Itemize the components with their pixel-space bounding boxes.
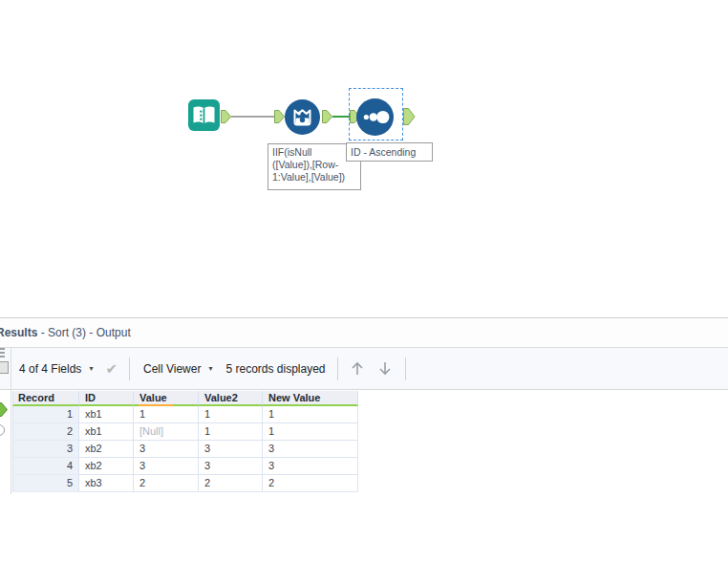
table-cell[interactable]: 3: [263, 458, 358, 475]
table-cell[interactable]: 1: [199, 423, 263, 441]
annotation-line: IIF(isNull: [272, 146, 356, 159]
apply-check-icon[interactable]: ✔: [105, 360, 118, 378]
table-cell[interactable]: 3: [199, 441, 263, 458]
table-row[interactable]: 5xb3222: [12, 475, 358, 492]
results-table-body: 1xb11112xb1[Null]113xb23334xb23335xb3222: [12, 406, 358, 492]
table-cell[interactable]: 1: [134, 406, 199, 423]
table-cell[interactable]: 3: [199, 458, 263, 475]
results-pane-title: Results - Sort (3) - Output: [0, 326, 131, 339]
grid-view-icon[interactable]: [0, 348, 5, 357]
table-row[interactable]: 1xb1111: [12, 406, 358, 423]
workflow-canvas[interactable]: IIF(isNull ([Value]),[Row- 1:Value],[Val…: [0, 0, 728, 317]
formula-output-anchor[interactable]: [322, 110, 332, 127]
column-header-value[interactable]: Value: [134, 391, 199, 406]
output-anchor-indicator-icon[interactable]: [0, 402, 8, 417]
table-cell[interactable]: 2: [134, 475, 199, 492]
toolbar-separator: [405, 357, 406, 380]
record-number-cell[interactable]: 1: [12, 406, 79, 423]
results-toolbar: 4 of 4 Fields ▾ ✔ Cell Viewer ▾ 5 record…: [0, 347, 728, 390]
table-cell[interactable]: 2: [199, 475, 263, 492]
results-table: Record ID Value Value2 New Value 1xb1111…: [12, 391, 358, 492]
table-cell[interactable]: 1: [263, 423, 358, 441]
table-cell[interactable]: xb3: [79, 475, 134, 492]
column-header-id[interactable]: ID: [79, 391, 134, 406]
formula-icon: [285, 121, 320, 138]
toolbar-separator: [337, 357, 338, 380]
scroll-up-button[interactable]: [349, 360, 366, 378]
table-cell[interactable]: xb2: [79, 458, 134, 475]
input-output-anchor[interactable]: [221, 110, 231, 127]
connection-input-formula[interactable]: [231, 116, 275, 118]
record-number-cell[interactable]: 3: [12, 441, 79, 458]
table-cell[interactable]: 1: [199, 406, 263, 423]
annotation-line: ([Value]),[Row-: [272, 159, 356, 171]
sort-tool[interactable]: [356, 98, 394, 140]
formula-input-anchor[interactable]: [274, 110, 285, 127]
table-row[interactable]: 3xb2333: [12, 441, 358, 458]
fields-dropdown[interactable]: 4 of 4 Fields: [19, 362, 81, 376]
toolbar-separator: [129, 357, 130, 380]
table-row[interactable]: 4xb2333: [12, 458, 358, 475]
table-cell[interactable]: xb1: [79, 423, 134, 441]
table-cell[interactable]: 3: [134, 441, 199, 458]
modified-column-underline: [139, 404, 173, 406]
column-header-record[interactable]: Record: [12, 391, 79, 406]
results-title-bold: Results: [0, 326, 37, 339]
sort-icon: [356, 122, 394, 139]
table-cell[interactable]: 1: [263, 406, 358, 423]
records-displayed-label: 5 records displayed: [225, 362, 325, 376]
record-number-cell[interactable]: 2: [12, 423, 79, 441]
input-data-icon: [188, 118, 220, 134]
table-cell[interactable]: 3: [263, 441, 358, 458]
table-header-row: Record ID Value Value2 New Value: [12, 391, 358, 406]
table-cell[interactable]: xb1: [79, 406, 134, 423]
column-header-value-label: Value: [139, 392, 167, 403]
input-data-tool[interactable]: [188, 99, 220, 135]
annotation-line: 1:Value],[Value]): [272, 171, 356, 184]
table-cell[interactable]: 2: [263, 475, 358, 492]
column-header-value2[interactable]: Value2: [199, 391, 263, 406]
fields-caret-icon[interactable]: ▾: [89, 364, 93, 373]
record-number-cell[interactable]: 5: [12, 475, 79, 492]
table-cell[interactable]: xb2: [79, 441, 134, 458]
column-header-new-value[interactable]: New Value: [263, 391, 358, 406]
scroll-down-button[interactable]: [376, 360, 394, 378]
pane-strip-divider: [11, 347, 11, 494]
cell-viewer-caret-icon[interactable]: ▾: [208, 364, 212, 373]
pane-strip-button[interactable]: [0, 361, 9, 374]
cell-viewer-dropdown[interactable]: Cell Viewer: [143, 362, 201, 376]
results-pane-header: Results - Sort (3) - Output: [0, 318, 728, 347]
record-number-cell[interactable]: 4: [12, 458, 79, 475]
formula-tool[interactable]: [285, 99, 320, 139]
anchor-radio-icon[interactable]: [0, 424, 5, 436]
table-cell[interactable]: [Null]: [134, 423, 199, 441]
sort-output-anchor[interactable]: [403, 108, 416, 129]
results-title-rest: - Sort (3) - Output: [37, 326, 130, 339]
sort-annotation[interactable]: ID - Ascending: [346, 142, 433, 162]
table-row[interactable]: 2xb1[Null]11: [12, 423, 358, 441]
connection-formula-sort[interactable]: [332, 116, 350, 118]
table-cell[interactable]: 3: [134, 458, 199, 475]
alteryx-window: IIF(isNull ([Value]),[Row- 1:Value],[Val…: [0, 0, 728, 563]
